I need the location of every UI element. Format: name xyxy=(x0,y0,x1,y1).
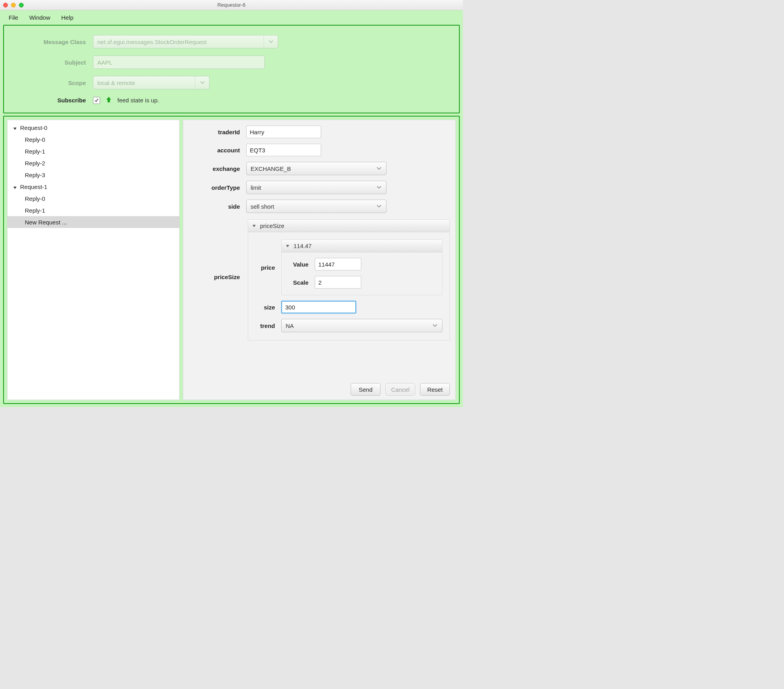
chevron-down-icon xyxy=(428,319,442,332)
scope-value: local & remote xyxy=(97,80,135,86)
tree-item-label: New Request ... xyxy=(25,219,67,226)
disclosure-triangle-icon xyxy=(13,184,18,189)
message-class-label: Message Class xyxy=(15,39,86,45)
tree-leaf[interactable]: Reply-3 xyxy=(7,169,179,181)
tree-leaf[interactable]: Reply-2 xyxy=(7,157,179,169)
price-panel: 114.47 Value Scale xyxy=(281,239,442,295)
disclosure-triangle-icon xyxy=(13,125,18,130)
chevron-down-icon xyxy=(264,35,278,48)
price-label: price xyxy=(251,264,275,271)
price-header-text: 114.47 xyxy=(294,243,312,249)
window-body: File Window Help Message Class net.sf.eg… xyxy=(0,10,463,407)
price-value-label: Value xyxy=(285,261,308,268)
side-value: sell short xyxy=(251,203,274,210)
price-scale-label: Scale xyxy=(285,279,308,286)
tree-node[interactable]: Request-1 xyxy=(7,181,179,193)
tree-item-label: Reply-3 xyxy=(25,172,45,178)
trend-label: trend xyxy=(251,322,275,329)
tree-item-label: Reply-0 xyxy=(25,195,45,202)
price-value-input[interactable] xyxy=(315,258,361,270)
pricesize-group: priceSize price xyxy=(248,219,450,341)
pricesize-header-text: priceSize xyxy=(260,222,284,229)
ordertype-select[interactable]: limit xyxy=(246,181,386,194)
menu-window[interactable]: Window xyxy=(29,14,50,21)
pricesize-label: priceSize xyxy=(189,274,240,280)
reset-button[interactable]: Reset xyxy=(420,383,450,396)
account-label: account xyxy=(189,147,240,154)
exchange-select[interactable]: EXCHANGE_B xyxy=(246,162,386,175)
account-input[interactable] xyxy=(246,144,321,156)
price-scale-input[interactable] xyxy=(315,276,361,289)
tree-leaf[interactable]: Reply-0 xyxy=(7,133,179,145)
tree-item-label: Reply-0 xyxy=(25,136,45,143)
ordertype-label: orderType xyxy=(189,184,240,191)
price-header[interactable]: 114.47 xyxy=(282,240,442,252)
size-label: size xyxy=(251,304,275,311)
disclosure-triangle-icon xyxy=(252,222,256,229)
feed-status-text: feed state is up. xyxy=(117,97,159,104)
ordertype-value: limit xyxy=(251,184,261,191)
side-label: side xyxy=(189,203,240,210)
tree-item-label: Reply-1 xyxy=(25,148,45,155)
tree-item-label: Reply-1 xyxy=(25,207,45,214)
window-title: Requestor-6 xyxy=(0,2,463,8)
request-detail-form: traderId account exchange EXCHANGE_B ord… xyxy=(183,120,456,400)
exchange-value: EXCHANGE_B xyxy=(251,165,291,172)
chevron-down-icon xyxy=(372,181,386,194)
subscribe-checkbox[interactable] xyxy=(93,97,100,104)
traderid-input[interactable] xyxy=(246,126,321,138)
exchange-label: exchange xyxy=(189,165,240,172)
tree-leaf[interactable]: Reply-1 xyxy=(7,204,179,216)
message-class-combo[interactable]: net.sf.egui.messages.StockOrderRequest xyxy=(93,35,278,48)
tree-node[interactable]: Request-0 xyxy=(7,122,179,133)
tree-item-label: Reply-2 xyxy=(25,160,45,167)
request-reply-panel: Request-0Reply-0Reply-1Reply-2Reply-3Req… xyxy=(3,116,460,404)
tree-leaf[interactable]: Reply-0 xyxy=(7,193,179,204)
tree-leaf[interactable]: New Request ... xyxy=(7,216,179,228)
cancel-button[interactable]: Cancel xyxy=(385,383,415,396)
request-tree[interactable]: Request-0Reply-0Reply-1Reply-2Reply-3Req… xyxy=(7,120,180,400)
feed-up-arrow-icon xyxy=(106,96,112,104)
menubar: File Window Help xyxy=(0,10,463,25)
request-config-panel: Message Class net.sf.egui.messages.Stock… xyxy=(3,25,460,113)
subject-input[interactable]: AAPL xyxy=(93,56,265,69)
menu-help[interactable]: Help xyxy=(61,14,74,21)
trend-value: NA xyxy=(286,322,294,329)
traderid-label: traderId xyxy=(189,129,240,135)
trend-select[interactable]: NA xyxy=(281,319,442,332)
scope-label: Scope xyxy=(15,80,86,86)
send-button[interactable]: Send xyxy=(351,383,381,396)
subject-value: AAPL xyxy=(97,59,112,66)
subscribe-label: Subscribe xyxy=(15,97,86,104)
tree-item-label: Request-0 xyxy=(20,124,47,131)
size-input[interactable] xyxy=(281,301,356,313)
scope-combo[interactable]: local & remote xyxy=(93,76,210,89)
tree-item-label: Request-1 xyxy=(20,183,47,190)
message-class-value: net.sf.egui.messages.StockOrderRequest xyxy=(97,39,207,45)
action-buttons: Send Cancel Reset xyxy=(189,379,450,396)
side-select[interactable]: sell short xyxy=(246,200,386,213)
chevron-down-icon xyxy=(372,200,386,213)
titlebar: Requestor-6 xyxy=(0,0,463,10)
tree-leaf[interactable]: Reply-1 xyxy=(7,145,179,157)
chevron-down-icon xyxy=(372,162,386,175)
disclosure-triangle-icon xyxy=(286,243,290,249)
pricesize-header[interactable]: priceSize xyxy=(248,220,450,232)
subject-label: Subject xyxy=(15,59,86,66)
menu-file[interactable]: File xyxy=(9,14,18,21)
chevron-down-icon xyxy=(195,76,209,89)
